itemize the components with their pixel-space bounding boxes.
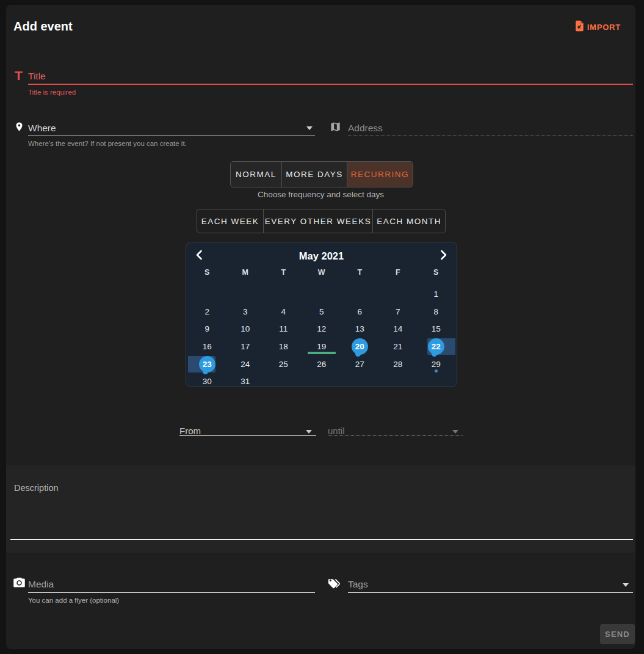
calendar-day-empty <box>341 372 379 390</box>
day-number: 23 <box>203 360 212 369</box>
calendar-day-28[interactable]: 28 <box>379 355 418 373</box>
calendar-day-20[interactable]: 20 <box>341 338 379 355</box>
day-number: 5 <box>319 307 324 316</box>
from-time-select[interactable]: From <box>179 426 201 436</box>
calendar-day-8[interactable]: 8 <box>417 303 455 321</box>
calendar-day-empty <box>379 372 418 390</box>
day-number: 20 <box>355 342 364 351</box>
day-number: 13 <box>355 324 364 333</box>
calendar-day-7[interactable]: 7 <box>379 303 418 321</box>
day-number: 4 <box>281 307 286 316</box>
where-underline <box>28 136 315 136</box>
calendar-day-30[interactable]: 30 <box>188 372 226 390</box>
calendar-day-15[interactable]: 15 <box>417 320 455 338</box>
weekday-label: W <box>303 268 341 277</box>
where-dropdown-caret[interactable] <box>306 126 313 130</box>
until-dropdown-caret <box>452 430 458 434</box>
tab-recurring[interactable]: RECURRING <box>347 162 413 187</box>
calendar-day-9[interactable]: 9 <box>188 320 226 338</box>
day-number: 31 <box>241 377 250 386</box>
description-underline <box>10 539 633 540</box>
calendar-day-24[interactable]: 24 <box>226 355 265 373</box>
calendar-day-empty <box>264 285 303 303</box>
day-number: 15 <box>432 324 441 333</box>
tab-normal[interactable]: NORMAL <box>231 162 281 187</box>
calendar-day-12[interactable]: 12 <box>303 320 341 338</box>
day-number: 8 <box>433 307 438 316</box>
calendar-day-13[interactable]: 13 <box>341 320 379 338</box>
frequency-button-each-week[interactable]: EACH WEEK <box>197 209 263 233</box>
calendar-day-22[interactable]: 22 <box>417 338 455 355</box>
until-underline <box>328 434 463 436</box>
day-number: 25 <box>279 360 288 369</box>
calendar-day-17[interactable]: 17 <box>226 338 265 355</box>
tags-underline <box>348 592 633 593</box>
day-number: 17 <box>241 342 250 351</box>
day-number: 1 <box>433 289 438 299</box>
file-import-icon <box>574 20 584 34</box>
event-dot <box>435 369 438 372</box>
from-underline <box>179 435 316 436</box>
weekday-label: S <box>417 268 455 277</box>
frequency-button-every-other-weeks[interactable]: EVERY OTHER WEEKS <box>263 209 372 233</box>
calendar-day-14[interactable]: 14 <box>379 320 418 338</box>
day-number: 10 <box>241 324 250 333</box>
address-underline <box>348 134 633 136</box>
description-textarea[interactable]: Description <box>14 483 59 493</box>
calendar-day-25[interactable]: 25 <box>264 355 303 373</box>
page-title: Add event <box>13 20 73 34</box>
day-number: 19 <box>317 342 326 351</box>
calendar-day-21[interactable]: 21 <box>379 338 418 355</box>
day-number: 2 <box>204 307 209 316</box>
media-input[interactable]: Media <box>28 579 54 590</box>
calendar-day-2[interactable]: 2 <box>188 303 226 321</box>
calendar-day-empty <box>226 285 265 303</box>
today-bar <box>308 352 336 354</box>
address-input[interactable]: Address <box>348 123 383 134</box>
calendar-weekday-row: SMTWTFS <box>188 268 455 277</box>
calendar-day-grid: 1234567891011121314151617181920212223242… <box>188 285 455 390</box>
calendar-day-11[interactable]: 11 <box>264 320 303 338</box>
calendar-day-empty <box>188 285 226 303</box>
send-button[interactable]: SEND <box>600 624 635 644</box>
calendar-day-10[interactable]: 10 <box>226 320 265 338</box>
calendar-day-26[interactable]: 26 <box>303 355 341 373</box>
calendar-day-18[interactable]: 18 <box>264 338 303 355</box>
calendar-day-empty <box>341 285 379 303</box>
frequency-button-each-month[interactable]: EACH MONTH <box>372 209 445 233</box>
calendar-day-empty <box>417 372 455 390</box>
day-number: 24 <box>241 360 250 369</box>
calendar-day-19[interactable]: 19 <box>303 338 341 355</box>
calendar-day-16[interactable]: 16 <box>188 338 226 355</box>
camera-icon <box>13 578 25 590</box>
day-number: 18 <box>279 342 288 351</box>
day-number: 14 <box>393 324 402 333</box>
from-dropdown-caret[interactable] <box>306 430 312 434</box>
calendar: May 2021 SMTWTFS 12345678910111213141516… <box>186 242 457 387</box>
calendar-day-4[interactable]: 4 <box>264 303 303 321</box>
calendar-day-empty <box>303 285 341 303</box>
title-error-text: Title is required <box>28 89 76 96</box>
calendar-day-23[interactable]: 23 <box>188 355 226 373</box>
calendar-day-27[interactable]: 27 <box>341 355 379 373</box>
location-pin-icon <box>14 120 24 136</box>
tab-more-days[interactable]: MORE DAYS <box>281 162 347 187</box>
calendar-day-31[interactable]: 31 <box>226 372 265 390</box>
event-type-tabs: NORMALMORE DAYSRECURRING <box>230 161 413 187</box>
frequency-helper-text: Choose frequency and select days <box>6 190 635 199</box>
day-number: 27 <box>355 360 364 369</box>
where-select[interactable]: Where <box>28 123 56 134</box>
title-input[interactable]: Title <box>28 71 46 82</box>
calendar-day-6[interactable]: 6 <box>341 303 379 321</box>
calendar-day-1[interactable]: 1 <box>417 285 455 303</box>
tags-select[interactable]: Tags <box>348 579 368 590</box>
weekday-label: S <box>188 268 226 277</box>
calendar-day-3[interactable]: 3 <box>226 303 265 321</box>
calendar-day-29[interactable]: 29 <box>417 355 455 373</box>
calendar-day-5[interactable]: 5 <box>303 303 341 321</box>
import-button-label: IMPORT <box>587 23 621 32</box>
import-button[interactable]: IMPORT <box>574 20 621 34</box>
day-number: 7 <box>396 307 400 316</box>
tags-dropdown-caret[interactable] <box>623 583 629 587</box>
title-icon: T <box>15 68 23 83</box>
